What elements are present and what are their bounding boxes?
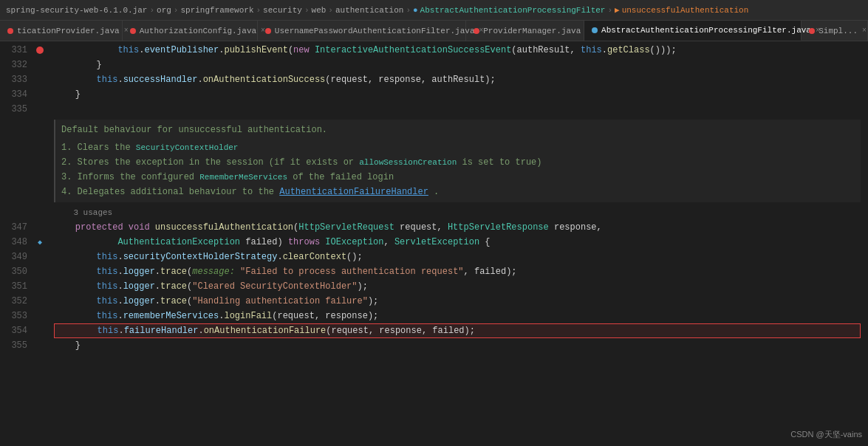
breadcrumb: spring-security-web-6.1.0.jar › org › sp… (0, 0, 868, 21)
code-line-333: this . successHandler . onAuthentication… (54, 72, 861, 87)
tab-abstractauthentication[interactable]: AbstractAuthenticationProcessingFilter.j… (584, 21, 802, 41)
method-icon: ▶ (615, 5, 620, 15)
nav-class[interactable]: AbstractAuthenticationProcessingFilter (420, 6, 606, 15)
class-icon: ● (413, 6, 418, 15)
tab-dot (7, 28, 13, 34)
tab-usernamepassword[interactable]: UsernamePasswordAuthenticationFilter.jav… (258, 21, 466, 41)
code-line-354: this . failureHandler . onAuthentication… (54, 323, 861, 338)
code-line-351: this . logger . trace ( "Cleared Securit… (54, 279, 861, 294)
line-numbers: 331 332 333 334 335 347 348 349 350 351 … (0, 41, 33, 446)
tab-dot (474, 28, 479, 34)
code-area: this . eventPublisher . publishEvent ( n… (47, 41, 868, 446)
tab-authorizationconfig[interactable]: AuthorizationConfig.java × (123, 21, 258, 41)
code-line-353: this . rememberMeServices . loginFail (r… (54, 309, 861, 323)
watermark: CSDN @天坚-vains (790, 429, 862, 440)
code-line-352: this . logger . trace ( "Handling authen… (54, 294, 861, 309)
code-line-331: this . eventPublisher . publishEvent ( n… (54, 43, 861, 58)
code-line-349: this . securityContextHolderStrategy . c… (54, 250, 861, 264)
nav-jar[interactable]: spring-security-web-6.1.0.jar (6, 6, 147, 15)
tab-dot (130, 28, 136, 34)
gutter-bookmark-348[interactable]: ◆ (33, 235, 47, 250)
gutter: ◆ (33, 41, 47, 446)
code-line-334: } (54, 87, 861, 102)
tab-simple[interactable]: Simpl... × (802, 21, 868, 41)
gutter-breakpoint-331[interactable] (33, 43, 47, 58)
tab-bar: ticationProvider.java × AuthorizationCon… (0, 21, 868, 41)
code-line-347: protected void unsuccessfulAuthenticatio… (54, 220, 861, 235)
usages-label: 3 usages (54, 205, 861, 220)
nav-method[interactable]: unsuccessfulAuthentication (622, 6, 749, 15)
tab-close[interactable]: × (862, 27, 867, 35)
tab-dot (809, 28, 815, 34)
editor: 331 332 333 334 335 347 348 349 350 351 … (0, 41, 868, 446)
code-line-335 (54, 102, 861, 117)
javadoc-block: Default behaviour for unsuccessful authe… (54, 120, 861, 202)
code-line-350: this . logger . trace ( message: "Failed… (54, 264, 861, 279)
tab-dot (265, 28, 271, 34)
tab-providermanager[interactable]: ProviderManager.java × (466, 21, 584, 41)
code-line-348: AuthenticationException failed) throws I… (54, 235, 861, 250)
tab-dot (592, 27, 598, 33)
svg-point-0 (36, 47, 44, 54)
code-line-355: } (54, 338, 861, 353)
code-line-332: } (54, 58, 861, 72)
tab-ticationprovider[interactable]: ticationProvider.java × (0, 21, 123, 41)
